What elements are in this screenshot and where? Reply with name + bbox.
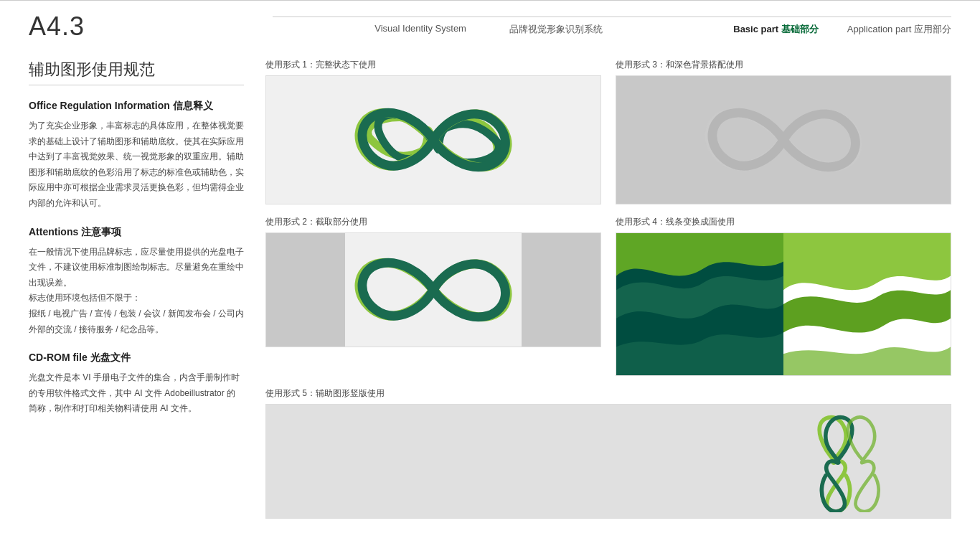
header-center: Visual Identity System 品牌视觉形象识别系统 xyxy=(273,17,705,36)
header: A4.3 Visual Identity System 品牌视觉形象识别系统 B… xyxy=(0,0,980,52)
vis-system-label: Visual Identity System xyxy=(374,23,466,36)
usage-5-label: 使用形式 5：辅助图形竖版使用 xyxy=(265,387,951,400)
basic-part-label: Basic part 基础部分 xyxy=(733,23,819,36)
header-right: Basic part 基础部分 Application part 应用部分 xyxy=(705,17,951,36)
usage-5-wrapper: 使用形式 5：辅助图形竖版使用 xyxy=(265,387,951,519)
usage-1-infinity-main xyxy=(347,97,519,183)
usage-2-wrapper: 使用形式 2：截取部分使用 xyxy=(265,216,601,376)
usage-4-label: 使用形式 4：线条变换成面使用 xyxy=(616,216,951,228)
usage-3-label: 使用形式 3：和深色背景搭配使用 xyxy=(616,59,951,71)
usage-2-infinity xyxy=(347,247,519,333)
usage-4-left-waves xyxy=(616,233,783,375)
usage-2-overlay-right xyxy=(522,233,600,347)
sidebar-title: 辅助图形使用规范 xyxy=(29,59,244,85)
app-part-label: Application part 应用部分 xyxy=(847,23,951,36)
main-content: 辅助图形使用规范 Office Regulation Information 信… xyxy=(0,59,980,519)
header-left: A4.3 xyxy=(29,11,273,42)
usage-5-box xyxy=(265,404,951,519)
content-area: 使用形式 1：完整状态下使用 使用形式 3：和深色背景搭配使用 xyxy=(265,59,951,519)
usage-4-box xyxy=(616,232,951,376)
page-number: A4.3 xyxy=(29,11,273,42)
usage-1-wrapper: 使用形式 1：完整状态下使用 xyxy=(265,59,601,204)
usage-2-label: 使用形式 2：截取部分使用 xyxy=(265,216,601,228)
usage-4-right-panel xyxy=(783,233,951,375)
section-2-body: 在一般情况下使用品牌标志，应尽量使用提供的光盘电子文件，不建议使用标准制图绘制标… xyxy=(29,245,244,338)
usage-5-vertical-infinity-2 xyxy=(836,412,893,512)
section-1-body: 为了充实企业形象，丰富标志的具体应用，在整体视觉要求的基础上设计了辅助图形和辅助… xyxy=(29,118,244,212)
usage-3-wrapper: 使用形式 3：和深色背景搭配使用 xyxy=(616,59,951,204)
usage-1-box xyxy=(265,75,601,204)
section-2-heading: Attentions 注意事项 xyxy=(29,226,244,239)
section-3-body: 光盘文件是本 VI 手册电子文件的集合，内含手册制作时的专用软件格式文件，其中 … xyxy=(29,370,244,417)
usage-3-box xyxy=(616,75,951,204)
usage-2-overlay-left xyxy=(266,233,345,347)
usage-4-right-waves xyxy=(783,233,951,375)
usage-2-box xyxy=(265,232,601,347)
brand-cn-label: 品牌视觉形象识别系统 xyxy=(509,23,603,36)
usage-3-infinity xyxy=(697,97,870,183)
section-1-heading: Office Regulation Information 信息释义 xyxy=(29,100,244,113)
sidebar: 辅助图形使用规范 Office Regulation Information 信… xyxy=(29,59,244,519)
section-3-heading: CD-ROM file 光盘文件 xyxy=(29,352,244,364)
usage-1-label: 使用形式 1：完整状态下使用 xyxy=(265,59,601,71)
usage-4-wrapper: 使用形式 4：线条变换成面使用 xyxy=(616,216,951,376)
